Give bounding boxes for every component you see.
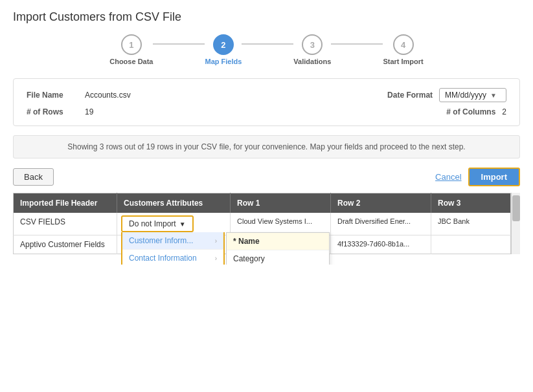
table-header-row: Imported File Header Customers Attribute…: [14, 193, 511, 213]
notice-bar: Showing 3 rows out of 19 rows in your CS…: [13, 135, 520, 158]
notice-text: Showing 3 rows out of 19 rows in your CS…: [67, 142, 465, 151]
row3-apptivo-value: [431, 235, 511, 254]
date-format-arrow-icon: ▼: [490, 92, 497, 99]
dropdown-cell: Do not Import ▼ Customer Inform... ›: [117, 213, 231, 235]
submenu-item-1[interactable]: Category: [227, 250, 329, 265]
table-section: Imported File Header Customers Attribute…: [13, 193, 520, 254]
scroll-thumb[interactable]: [512, 195, 520, 221]
step-1-label: Choose Data: [109, 58, 153, 65]
dropdown-item-0[interactable]: Customer Inform... ›: [122, 232, 223, 250]
import-button[interactable]: Import: [468, 168, 520, 186]
step-4-label: Start Import: [383, 58, 423, 65]
file-name-label: File Name: [27, 91, 85, 100]
step-4: 4 Start Import: [383, 34, 423, 65]
dropdown-item-label-1: Contact Information: [129, 254, 197, 263]
step-1: 1 Choose Data: [109, 34, 153, 65]
date-format-select[interactable]: MM/dd/yyyy ▼: [439, 88, 506, 102]
step-connector-3: [331, 43, 383, 45]
step-connector-2: [242, 43, 293, 45]
rows-label: # of Rows: [27, 107, 85, 116]
dropdown-arrow-icon: ▼: [179, 221, 186, 228]
row2-apptivo-value: 4f133329-7d60-8b1a...: [331, 235, 431, 254]
table-row: CSV FIELDS Do not Import ▼: [14, 213, 511, 235]
th-row3: Row 3: [431, 193, 511, 213]
stepper: 1 Choose Data 2 Map Fields 3 Validations…: [13, 34, 520, 65]
columns-label: # of Columns: [446, 107, 495, 116]
apptivo-fields-label: Apptivo Customer Fields: [14, 235, 117, 254]
chevron-right-icon-0: ›: [215, 237, 217, 245]
dropdown-container: Do not Import ▼ Customer Inform... ›: [121, 215, 194, 232]
page-title: Import Customers from CSV File: [13, 10, 520, 24]
step-4-circle: 4: [393, 34, 414, 55]
chevron-right-icon-1: ›: [215, 255, 217, 262]
step-3-circle: 3: [302, 34, 323, 55]
th-imported-header: Imported File Header: [14, 193, 117, 213]
columns-value: 2: [502, 107, 506, 116]
dropdown-trigger-label: Do not Import: [129, 219, 176, 228]
vertical-scrollbar[interactable]: [511, 193, 520, 254]
step-3-label: Validations: [293, 58, 331, 65]
back-button[interactable]: Back: [13, 168, 54, 186]
th-row1: Row 1: [231, 193, 331, 213]
step-1-circle: 1: [121, 34, 142, 55]
do-not-import-dropdown[interactable]: Do not Import ▼: [121, 215, 194, 232]
th-row2: Row 2: [331, 193, 431, 213]
info-panel: File Name Accounts.csv Date Format MM/dd…: [13, 78, 520, 126]
action-bar: Back Cancel Import: [13, 168, 520, 186]
submenu-item-0[interactable]: * Name: [227, 233, 329, 250]
rows-value: 19: [85, 107, 93, 116]
step-connector-1: [153, 43, 205, 45]
dropdown-item-1[interactable]: Contact Information ›: [122, 250, 223, 265]
cancel-link[interactable]: Cancel: [435, 172, 461, 182]
page-container: Import Customers from CSV File 1 Choose …: [0, 0, 533, 265]
mapping-table: Imported File Header Customers Attribute…: [13, 193, 511, 254]
submenu: * Name Category Status Tax ID VAT Number…: [226, 232, 330, 265]
table-wrapper: Imported File Header Customers Attribute…: [13, 193, 511, 254]
file-name-value: Accounts.csv: [85, 91, 131, 100]
th-customers-attributes: Customers Attributes: [117, 193, 231, 213]
step-2: 2 Map Fields: [205, 34, 242, 65]
date-format-label: Date Format: [387, 91, 433, 100]
step-2-circle: 2: [213, 34, 234, 55]
row2-csv-value: Draft Diversified Ener...: [331, 213, 431, 235]
dropdown-menu: Customer Inform... › Contact Information…: [121, 232, 225, 265]
step-2-label: Map Fields: [205, 58, 242, 65]
row3-csv-value: JBC Bank: [431, 213, 511, 235]
dropdown-item-label-0: Customer Inform...: [129, 236, 193, 245]
step-3: 3 Validations: [293, 34, 331, 65]
date-format-value: MM/dd/yyyy: [445, 91, 486, 100]
info-row-filename: File Name Accounts.csv Date Format MM/dd…: [27, 88, 506, 102]
csv-fields-label: CSV FIELDS: [14, 213, 117, 235]
info-row-rows: # of Rows 19 # of Columns 2: [27, 107, 506, 116]
